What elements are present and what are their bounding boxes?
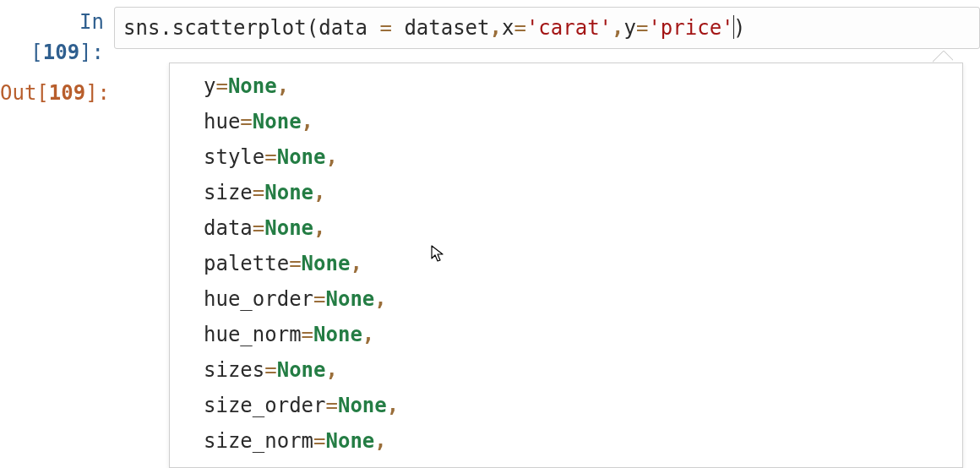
- param-comma: ,: [313, 216, 325, 240]
- param-eq: =: [215, 74, 227, 98]
- tooltip-param-line: sizes=None,: [204, 352, 928, 388]
- in-number: 109: [43, 41, 79, 64]
- kw-data: data: [318, 16, 368, 40]
- param-eq: =: [326, 394, 338, 417]
- param-eq: =: [264, 145, 276, 169]
- tooltip-param-line: hue_norm=None,: [204, 317, 928, 352]
- param-default: None: [253, 110, 302, 133]
- param-default: None: [326, 287, 375, 311]
- tooltip-arrow: [933, 51, 953, 63]
- signature-tooltip[interactable]: y=None,hue=None,style=None,size=None,dat…: [169, 63, 963, 468]
- param-default: None: [313, 323, 362, 346]
- param-comma: ,: [362, 323, 374, 346]
- param-eq: =: [313, 429, 325, 453]
- param-name: hue_order: [204, 287, 313, 311]
- param-comma: ,: [326, 145, 338, 169]
- comma2: ,: [612, 16, 623, 40]
- tooltip-param-line: size_norm=None,: [204, 423, 928, 459]
- param-comma: ,: [302, 110, 313, 133]
- param-comma: ,: [326, 358, 338, 382]
- param-name: size_norm: [204, 429, 313, 453]
- code-open-paren: (: [307, 16, 318, 40]
- param-eq: =: [289, 252, 301, 275]
- kw-y: y: [624, 16, 636, 40]
- param-eq: =: [264, 358, 276, 382]
- param-comma: ,: [387, 394, 399, 417]
- param-name: hue_norm: [204, 323, 302, 346]
- code-dot: .: [160, 16, 172, 40]
- param-comma: ,: [313, 181, 325, 204]
- val-x: 'carat': [526, 16, 612, 40]
- tooltip-param-line: size_order=None,: [204, 388, 928, 423]
- param-default: None: [264, 181, 313, 204]
- tooltip-param-line: palette=None,: [204, 246, 928, 281]
- input-prompt: In [109]:: [0, 7, 114, 68]
- tooltip-param-line: hue=None,: [204, 104, 928, 139]
- eq3: =: [636, 16, 648, 40]
- tooltip-param-line: hue_order=None,: [204, 281, 928, 317]
- param-default: None: [302, 252, 351, 275]
- param-name: palette: [204, 252, 289, 275]
- in-suffix: ]:: [79, 41, 104, 64]
- param-eq: =: [253, 216, 264, 240]
- param-default: None: [338, 394, 387, 417]
- param-default: None: [326, 429, 375, 453]
- param-default: None: [277, 358, 326, 382]
- param-default: None: [228, 74, 277, 98]
- param-eq: =: [302, 323, 313, 346]
- param-comma: ,: [350, 252, 362, 275]
- param-name: hue: [204, 110, 240, 133]
- comma1: ,: [490, 16, 502, 40]
- eq1: =: [379, 16, 391, 40]
- param-name: sizes: [204, 358, 264, 382]
- param-name: y: [204, 74, 215, 98]
- kw-x: x: [502, 16, 514, 40]
- out-number: 109: [49, 81, 85, 105]
- param-eq: =: [313, 287, 325, 311]
- param-name: size_order: [204, 394, 326, 417]
- param-eq: =: [240, 110, 252, 133]
- param-name: size: [204, 181, 253, 204]
- val-data: dataset: [404, 16, 489, 40]
- param-eq: =: [253, 181, 264, 204]
- input-cell-row: In [109]: sns.scatterplot(data = dataset…: [0, 0, 980, 71]
- param-comma: ,: [374, 287, 386, 311]
- param-default: None: [264, 216, 313, 240]
- tooltip-param-line: y=None,: [204, 68, 928, 104]
- param-default: None: [277, 145, 326, 169]
- param-name: data: [204, 216, 253, 240]
- output-prompt: Out[109]:: [0, 78, 114, 108]
- param-comma: ,: [374, 429, 386, 453]
- out-prefix: Out[: [0, 81, 49, 105]
- code-close-paren: ): [733, 16, 745, 40]
- tooltip-param-line: data=None,: [204, 210, 928, 246]
- tooltip-param-line: style=None,: [204, 139, 928, 175]
- code-input-area[interactable]: sns.scatterplot(data = dataset,x='carat'…: [114, 7, 980, 49]
- param-comma: ,: [277, 74, 289, 98]
- val-y: 'price': [648, 16, 733, 40]
- code-object: sns: [123, 16, 160, 40]
- code-function: scatterplot: [172, 16, 307, 40]
- param-name: style: [204, 145, 264, 169]
- tooltip-param-line: size=None,: [204, 175, 928, 210]
- out-suffix: ]:: [85, 81, 110, 105]
- eq2: =: [514, 16, 525, 40]
